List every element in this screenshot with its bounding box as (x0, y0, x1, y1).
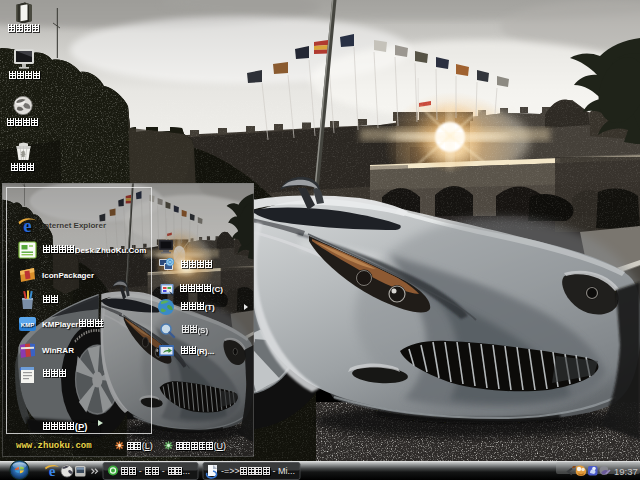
svg-text:19:37: 19:37 (614, 466, 638, 477)
svg-text:e: e (23, 215, 31, 235)
svg-text:KMP: KMP (21, 322, 34, 328)
